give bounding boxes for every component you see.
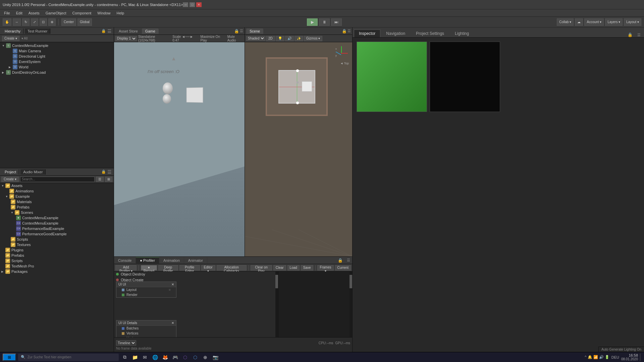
step-button[interactable]: ⏭ (331, 18, 342, 26)
window-controls[interactable]: ─ □ ✕ (183, 2, 202, 7)
scene-fx-button[interactable]: ✨ (294, 36, 303, 41)
expand-arrow-icon[interactable]: ▼ (2, 44, 6, 47)
console-tab[interactable]: Console (114, 257, 136, 263)
menu-edit[interactable]: Edit (13, 10, 25, 16)
hierarchy-item-contextmenuexample-scene[interactable]: ▼ S ContextMenuExample (1, 43, 113, 48)
project-item-animations[interactable]: 📁 Animations (0, 188, 114, 194)
deep-profile-button[interactable]: Deep Profile (158, 265, 178, 270)
taskview-button[interactable]: ⧉ (121, 353, 129, 361)
hierarchy-all-filter[interactable]: ▾ All (21, 37, 28, 40)
hierarchy-item-directional-light[interactable]: G Directional Light (1, 54, 113, 59)
shading-mode-selector[interactable]: Shaded (246, 36, 265, 41)
allocation-callstacks-button[interactable]: Allocation Callstacks (217, 265, 247, 270)
hierarchy-item-eventsystem[interactable]: G EventSystem (1, 59, 113, 64)
add-profiler-button[interactable]: Add Profiler ▾ (115, 265, 137, 270)
project-item-performance-good[interactable]: C# PerformanceGoodExample (0, 231, 114, 237)
project-filter-button[interactable]: ☰ (96, 177, 104, 182)
profiler-left-scrollbar[interactable] (275, 272, 278, 337)
hierarchy-menu-icon[interactable]: ☰ (107, 28, 112, 34)
scene-menu-icon[interactable]: ☰ (347, 29, 351, 33)
rotate-tool-button[interactable]: ↻ (22, 18, 30, 26)
expand-arrow-icon[interactable]: ▶ (9, 66, 13, 69)
editor-button[interactable]: Editor ▾ (201, 265, 215, 270)
project-search-input[interactable] (20, 177, 95, 182)
project-item-textmesh-pro[interactable]: 📁 TextMesh Pro (0, 263, 114, 269)
record-button[interactable]: ● Record (141, 265, 157, 270)
collab-button[interactable]: Collab ▾ (557, 18, 574, 26)
hierarchy-tab[interactable]: Hierarchy (2, 28, 23, 34)
start-button[interactable]: ⊞ (3, 354, 16, 361)
project-item-performance-bad[interactable]: C# PerformanceBadExample (0, 226, 114, 231)
asset-store-tab[interactable]: Asset Store (115, 28, 141, 34)
scene-tab[interactable]: Scene (246, 28, 263, 34)
project-tab[interactable]: Project (2, 169, 19, 175)
project-item-prefabs[interactable]: 📁 Prefabs (0, 204, 114, 210)
center-toggle-button[interactable]: Center (61, 18, 76, 26)
project-item-contextmenuexample-script[interactable]: C# ContextMenuExample (0, 221, 114, 226)
expand-arrow-icon[interactable]: ▶ (2, 71, 6, 74)
transform-tool-button[interactable]: ⊕ (48, 18, 56, 26)
project-lock-icon[interactable]: 🔒 (101, 170, 106, 174)
scene-2d-button[interactable]: 2D (266, 36, 275, 41)
project-item-materials[interactable]: 📁 Materials (0, 199, 114, 204)
explorer-icon[interactable]: 📁 (131, 353, 139, 361)
project-item-plugins[interactable]: 📁 Plugins (0, 247, 114, 253)
profiler-right-scrollbar[interactable] (350, 272, 352, 337)
menu-gameobject[interactable]: GameObject (43, 10, 69, 16)
ui-panel-item-layout[interactable]: Layout ≡ (116, 287, 176, 292)
ui-details-batches[interactable]: Batches (116, 326, 176, 331)
email-icon[interactable]: ✉ (141, 353, 149, 361)
scene-light-button[interactable]: 💡 (276, 36, 284, 41)
layers-button[interactable]: Layers ▾ (605, 18, 623, 26)
project-item-packages[interactable]: ▶ 📁 Packages (0, 269, 114, 274)
project-item-contextmenuexample-scene[interactable]: ■ ContextMenuExample (0, 215, 114, 221)
gizmos-button[interactable]: Gizmos ▾ (304, 36, 323, 41)
hand-tool-button[interactable]: ✋ (3, 18, 11, 26)
test-runner-tab[interactable]: Test Runner (25, 28, 50, 34)
firefox-icon[interactable]: 🦊 (161, 353, 169, 361)
unity-icon[interactable]: ⊕ (201, 353, 209, 361)
menu-help[interactable]: Help (114, 10, 127, 16)
scale-tool-button[interactable]: ⤢ (31, 18, 38, 26)
menu-file[interactable]: File (1, 10, 13, 16)
project-view-button[interactable]: ⊞ (105, 177, 112, 182)
scrollbar-thumb[interactable] (275, 275, 278, 288)
taskbar-search-input[interactable] (28, 355, 95, 359)
profiler-menu-icon[interactable]: ☰ (345, 258, 352, 262)
cloud-button[interactable]: ☁ (575, 18, 583, 26)
ui-details-vertices[interactable]: Vertices (116, 331, 176, 336)
pause-button[interactable]: ⏸ (319, 18, 330, 26)
animation-tab[interactable]: Animation (159, 257, 184, 263)
project-item-scenes[interactable]: ▼ 📁 Scenes (0, 210, 114, 215)
project-create-button[interactable]: Create ▾ (1, 177, 19, 182)
account-button[interactable]: Account ▾ (584, 18, 604, 26)
vscode-icon[interactable]: ⬡ (191, 353, 199, 361)
current-button[interactable]: Current (335, 265, 351, 270)
project-settings-tab[interactable]: Project Settings (411, 29, 449, 37)
navigation-tab[interactable]: Navigation (381, 29, 410, 37)
global-toggle-button[interactable]: Global (77, 18, 92, 26)
inspector-tab[interactable]: Inspector (354, 29, 380, 37)
hierarchy-create-button[interactable]: Create ▾ (2, 36, 19, 41)
lighting-tab[interactable]: Lighting (450, 29, 474, 37)
frames-button[interactable]: Frames ▾ (317, 265, 333, 270)
move-tool-button[interactable]: ↔ (13, 18, 21, 26)
maximize-button[interactable]: □ (190, 2, 195, 7)
menu-assets[interactable]: Assets (26, 10, 42, 16)
hierarchy-lock-icon[interactable]: 🔒 (101, 29, 106, 33)
project-item-scripts[interactable]: 📁 Scripts (0, 237, 114, 242)
taskbar-clock[interactable]: 16:58 08.01.2020 (621, 353, 638, 361)
maximize-on-play-button[interactable]: Maximize On Play (201, 35, 226, 42)
show-desktop-button[interactable] (640, 354, 641, 361)
layout-button[interactable]: Layout ▾ (624, 18, 641, 26)
timeline-selector[interactable]: Timeline (116, 340, 136, 346)
vs-icon[interactable]: ⬡ (181, 353, 189, 361)
mute-button[interactable]: Mute Audio (227, 35, 243, 42)
game-tab[interactable]: Game (142, 28, 159, 34)
save-button[interactable]: Save (301, 265, 313, 270)
ie-icon[interactable]: 🌐 (151, 353, 159, 361)
load-button[interactable]: Load (287, 265, 300, 270)
hierarchy-item-main-camera[interactable]: G Main Camera (1, 48, 113, 54)
scene-audio-button[interactable]: 🔊 (285, 36, 294, 41)
display-selector[interactable]: Display 1 (115, 36, 137, 41)
